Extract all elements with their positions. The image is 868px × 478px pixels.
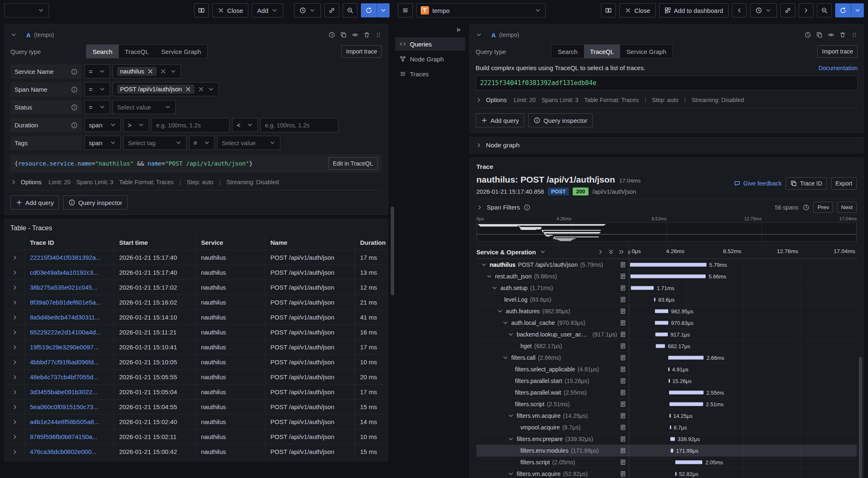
table-panel-title[interactable]: Table - Traces	[5, 219, 387, 235]
row-expand-chevron[interactable]	[5, 265, 25, 280]
query-history-button[interactable]	[398, 3, 413, 17]
collapse-sidebar-icon[interactable]	[455, 27, 462, 33]
tab-search[interactable]: Search	[86, 45, 119, 58]
query-inspector-button[interactable]: Query inspector	[528, 113, 593, 127]
span-bar[interactable]	[669, 379, 670, 383]
row-expand-chevron[interactable]	[5, 250, 25, 265]
trace-id-link[interactable]: 8785f596fb0b874150a...	[25, 429, 114, 444]
span-row[interactable]: filters.env.modules(171.99μs)171.99μs	[476, 445, 857, 456]
minimap-canvas[interactable]	[476, 222, 857, 241]
span-row[interactable]: filters.vm.acquire(14.25μs)14.25μs	[476, 410, 857, 422]
span-row[interactable]: rest.auth_json(5.66ms)5.66ms	[476, 271, 857, 282]
run-query-button[interactable]	[835, 3, 864, 17]
chevron-down-icon[interactable]	[502, 319, 509, 326]
span-bar[interactable]	[669, 402, 703, 406]
sidebar-item-node-graph[interactable]: Node Graph	[395, 52, 465, 66]
clock-icon[interactable]	[803, 204, 809, 211]
collapse-query-chevron[interactable]	[476, 32, 482, 38]
span-row[interactable]: filters.env.prepare(339.92μs)339.92μs	[476, 433, 857, 445]
span-bar[interactable]	[675, 460, 703, 464]
split-pane-button[interactable]	[601, 3, 616, 17]
trace-id-link[interactable]: 65229222e2d14100a4d...	[25, 325, 114, 339]
close-pane-button[interactable]: Close	[619, 3, 655, 17]
query-history-icon[interactable]	[804, 32, 811, 38]
chevron-down-icon[interactable]	[508, 412, 514, 419]
row-expand-chevron[interactable]	[5, 370, 25, 384]
remove-query-icon[interactable]	[363, 32, 370, 38]
trace-id-link[interactable]: 476ca36dcb0602e000...	[25, 444, 114, 459]
import-trace-button[interactable]: Import trace	[817, 45, 858, 58]
column-header-duration[interactable]: Duration	[355, 235, 387, 250]
chevron-down-icon[interactable]	[502, 354, 509, 361]
span-bar[interactable]	[631, 286, 654, 290]
span-logs-icon[interactable]	[620, 412, 626, 419]
row-expand-chevron[interactable]	[5, 415, 25, 429]
documentation-link[interactable]: Documentation	[819, 65, 858, 71]
tab-search[interactable]: Search	[552, 45, 584, 58]
service-name-operator-select[interactable]: =	[84, 64, 110, 78]
span-bar[interactable]	[630, 263, 706, 266]
tab-traceql[interactable]: TraceQL	[584, 45, 620, 58]
clear-icon[interactable]	[160, 68, 167, 75]
row-expand-chevron[interactable]	[5, 295, 25, 310]
span-name-value-select[interactable]: POST /api/v1/auth/json	[113, 82, 219, 96]
disable-query-icon[interactable]	[828, 32, 834, 38]
trace-id-link[interactable]: 19f519c29e3290e0097...	[25, 340, 114, 354]
span-filters-label[interactable]: Span Filters	[487, 204, 520, 211]
span-row[interactable]: nauthilusPOST /api/v1/auth/json(5.79ms)5…	[476, 259, 857, 271]
duration-max-input[interactable]	[260, 118, 338, 132]
pane-a-datasource-picker[interactable]	[4, 3, 49, 17]
remove-value-icon[interactable]	[185, 86, 191, 93]
span-bar[interactable]	[669, 390, 703, 394]
chevron-down-icon[interactable]	[491, 285, 498, 291]
run-interval-caret[interactable]	[851, 3, 864, 17]
column-header-trace-id[interactable]: Trace ID	[25, 235, 114, 250]
span-row[interactable]: filters.parallel.start(15.26μs)15.26μs	[476, 375, 857, 387]
add-query-button[interactable]: Add query	[476, 113, 524, 127]
expand-one-icon[interactable]	[597, 249, 604, 255]
column-header-start-time[interactable]: Start time	[114, 235, 196, 250]
span-row[interactable]: auth.features(982.95μs)982.95μs	[476, 305, 857, 317]
pane-move-left-button[interactable]	[732, 3, 747, 17]
scrollbar[interactable]	[859, 357, 862, 478]
column-header-name[interactable]: Name	[265, 235, 355, 250]
span-logs-icon[interactable]	[620, 378, 626, 384]
span-bar[interactable]	[675, 472, 677, 476]
span-row[interactable]: filters.parallel.wait(2.55ms)2.55ms	[476, 387, 857, 398]
chevron-down-icon[interactable]	[481, 261, 487, 268]
collapse-all-icon[interactable]	[608, 249, 614, 255]
add-button[interactable]: Add	[252, 3, 283, 17]
next-span-button[interactable]: Next	[837, 202, 857, 213]
share-link-button[interactable]	[324, 3, 339, 17]
trace-id-link[interactable]: 22215f34041f0381392a...	[25, 250, 114, 265]
span-bar[interactable]	[670, 437, 675, 441]
span-bar[interactable]	[669, 414, 671, 417]
import-trace-button[interactable]: Import trace	[341, 45, 382, 58]
span-logs-icon[interactable]	[620, 354, 626, 361]
span-row[interactable]: vmpool.acquire(8.7μs)8.7μs	[476, 422, 857, 433]
trace-id-button[interactable]: Trace ID	[786, 177, 826, 190]
span-bar[interactable]	[668, 356, 704, 359]
drag-handle-icon[interactable]	[851, 32, 858, 38]
span-logs-icon[interactable]	[620, 389, 626, 396]
span-logs-icon[interactable]	[620, 343, 626, 349]
close-pane-button[interactable]: Close	[212, 3, 248, 17]
sidebar-item-traces[interactable]: Traces	[395, 67, 465, 80]
row-expand-chevron[interactable]	[5, 385, 25, 399]
span-logs-icon[interactable]	[620, 273, 626, 280]
span-bar[interactable]	[654, 298, 655, 301]
add-to-dashboard-button[interactable]: Add to dashboard	[659, 3, 728, 17]
status-operator-select[interactable]: =	[84, 100, 110, 114]
span-logs-icon[interactable]	[620, 447, 626, 454]
selected-value-chip[interactable]: nauthilus	[117, 67, 157, 76]
chevron-down-icon[interactable]	[508, 436, 514, 442]
node-graph-toggle[interactable]: Node graph	[470, 137, 863, 153]
duplicate-query-icon[interactable]	[816, 32, 823, 38]
span-bar[interactable]	[670, 425, 671, 429]
chevron-right-icon[interactable]	[476, 204, 483, 211]
chevron-down-icon[interactable]	[539, 249, 546, 255]
trace-id-link[interactable]: 8a5d4be8cb474d30311...	[25, 310, 114, 324]
run-interval-caret[interactable]	[377, 3, 390, 17]
chevron-down-icon[interactable]	[497, 308, 503, 315]
zoom-out-time-button[interactable]	[343, 3, 358, 17]
